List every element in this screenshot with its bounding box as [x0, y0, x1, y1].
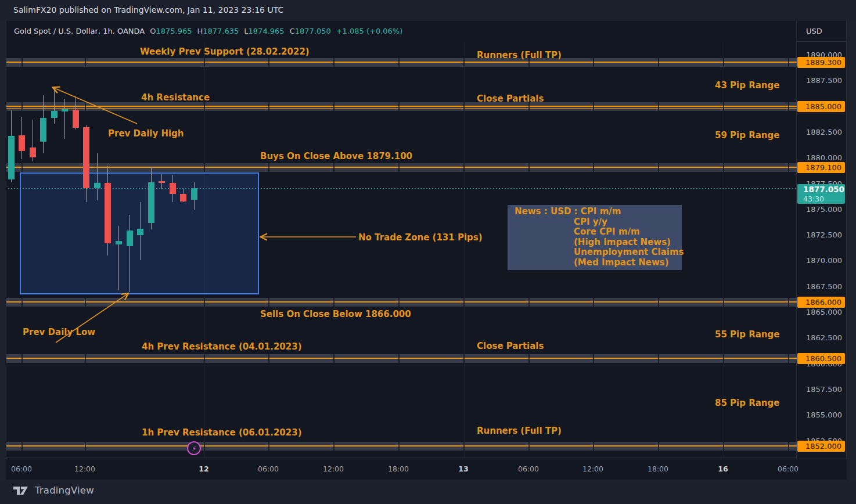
candle [19, 135, 25, 151]
price-level-badge: 1860.500 [797, 353, 845, 364]
candle-wick [130, 215, 130, 293]
ohlc-value: 1877.050 [295, 27, 331, 35]
channel-bottom-line [6, 458, 797, 458]
range-59-label: 59 Pip Range [715, 130, 779, 141]
level-band [6, 298, 797, 307]
ohlc-label: C [290, 27, 295, 35]
runners-bottom-label: Runners (Full TP) [477, 426, 562, 436]
price-level-badge: 1879.100 [797, 162, 845, 173]
candle [137, 229, 143, 235]
band-grid-tick [788, 298, 789, 307]
candle [73, 110, 79, 128]
published-text: SalimFX20 published on TradingView.com, … [13, 5, 283, 15]
range-55-label: 55 Pip Range [715, 329, 779, 340]
band-grid-tick [593, 102, 594, 111]
current-price-badge: 1877.05043:30 [797, 184, 845, 204]
band-grid-tick [788, 354, 789, 363]
range-85-label: 85 Pip Range [715, 398, 779, 408]
level-band-line [6, 106, 797, 107]
time-axis-label: 12:00 [582, 465, 603, 473]
price-axis-label: 1867.500 [806, 282, 842, 292]
band-grid-tick [788, 58, 789, 67]
band-grid-tick [21, 102, 23, 111]
level-band [6, 58, 797, 67]
band-grid-tick [333, 298, 335, 307]
time-axis-label: 12:00 [74, 465, 95, 473]
prev-daily-low-label: Prev Daily Low [23, 327, 95, 337]
price-level-badge: 1852.000 [797, 441, 845, 452]
candle [170, 183, 176, 194]
band-grid-tick [528, 354, 530, 363]
price-axis-label: 1862.500 [806, 333, 842, 343]
price-axis-label: 1875.000 [806, 204, 842, 215]
band-grid-tick [723, 58, 724, 67]
weekly-prev-support-label: Weekly Prev Support (28.02.2022) [140, 46, 310, 57]
price-axis-label: 1872.500 [806, 230, 842, 240]
time-axis-label: 12 [199, 465, 208, 473]
band-grid-tick [204, 102, 205, 111]
range-43-label: 43 Pip Range [715, 80, 779, 91]
band-grid-tick [463, 442, 465, 451]
price-axis[interactable]: USD 1890.0001887.5001882.5001880.0001877… [796, 21, 847, 459]
lightning-icon: ⚡ [191, 445, 196, 452]
lightning-marker[interactable]: ⚡ [187, 441, 201, 455]
chart-pane[interactable]: Gold Spot / U.S. Dollar, 1h, OANDA O1875… [6, 21, 796, 459]
band-grid-tick [723, 442, 724, 451]
close-partials-top-label: Close Partials [477, 93, 544, 104]
band-grid-tick [723, 102, 724, 111]
symbol-header: Gold Spot / U.S. Dollar, 1h, OANDA O1875… [14, 27, 402, 35]
level-band-line [6, 108, 797, 109]
band-grid-tick [658, 298, 659, 307]
price-level-badge: 1889.300 [797, 57, 845, 68]
candle [105, 183, 111, 244]
time-axis-label: 16 [718, 465, 728, 473]
band-grid-tick [85, 442, 86, 451]
band-grid-tick [723, 163, 724, 172]
price-level-badge: 1885.000 [797, 101, 845, 112]
candle [127, 231, 133, 246]
band-grid-tick [268, 102, 269, 111]
candle [40, 118, 46, 142]
level-band-line [6, 62, 797, 63]
band-grid-tick [398, 163, 400, 172]
ohlc-label: L [244, 27, 248, 35]
time-axis[interactable]: 06:0012:001206:0012:0018:001306:0012:001… [6, 459, 847, 480]
band-grid-tick [333, 354, 335, 363]
band-grid-tick [463, 58, 465, 67]
tradingview-logo[interactable]: TradingView [13, 485, 94, 496]
band-grid-tick [85, 298, 86, 307]
band-grid-tick [463, 102, 465, 111]
band-grid-tick [593, 58, 594, 67]
symbol-title: Gold Spot / U.S. Dollar, 1h, OANDA [14, 27, 145, 35]
band-grid-tick [21, 163, 23, 172]
candle [8, 136, 15, 179]
candle [180, 194, 186, 201]
time-axis-label: 06:00 [518, 465, 539, 473]
band-grid-tick [268, 354, 269, 363]
footer-bar: TradingView [0, 480, 856, 504]
band-grid-tick [333, 442, 335, 451]
band-grid-tick [333, 102, 335, 111]
level-band-line [6, 301, 797, 303]
candle [62, 109, 68, 111]
candle-wick [54, 89, 55, 123]
band-grid-tick [593, 354, 594, 363]
axis-currency-label: USD [806, 27, 822, 35]
candle-wick [64, 99, 65, 138]
ohlc-value: 1874.965 [249, 27, 285, 35]
ohlc-values: O1875.965H1877.635L1874.965C1877.050 [150, 27, 330, 35]
news-line: News : USD : CPI m/m [515, 207, 682, 217]
band-grid-tick [528, 163, 530, 172]
band-grid-tick [21, 442, 23, 451]
price-axis-label: 1887.500 [806, 75, 842, 86]
price-axis-label: 1855.000 [806, 410, 842, 420]
level-band-line [6, 358, 797, 359]
level-band [6, 102, 797, 111]
published-bar: SalimFX20 published on TradingView.com, … [0, 0, 856, 21]
news-line: (High Impact News) [515, 237, 682, 248]
band-grid-tick [528, 298, 530, 307]
axis-header-divider [797, 41, 846, 42]
band-grid-tick [204, 58, 205, 67]
candle [51, 111, 57, 118]
ohlc-h: H1877.635 [197, 27, 239, 35]
